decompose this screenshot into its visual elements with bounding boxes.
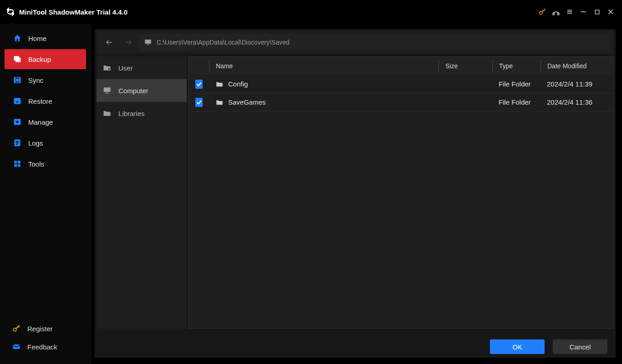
file-row[interactable]: SaveGames File Folder 2024/2/4 11:36	[189, 93, 613, 111]
titlebar-menu-icon[interactable]	[563, 5, 576, 19]
key-icon	[12, 324, 21, 333]
file-type: File Folder	[492, 80, 540, 88]
col-modified[interactable]: Date Modified	[540, 60, 613, 72]
app-title: MiniTool ShadowMaker Trial 4.4.0	[19, 8, 127, 16]
app-logo-icon	[5, 7, 15, 17]
sidebar: Home Backup Sync Restore	[0, 24, 91, 364]
svg-rect-22	[14, 164, 17, 167]
sync-icon	[13, 76, 22, 85]
svg-point-24	[13, 328, 16, 331]
cancel-button[interactable]: Cancel	[553, 339, 607, 354]
nav-logs[interactable]: Logs	[5, 133, 86, 153]
svg-point-0	[540, 11, 542, 14]
path-text: C:\Users\Vera\AppData\Local\Discovery\Sa…	[157, 39, 290, 46]
svg-rect-31	[104, 87, 111, 92]
file-type: File Folder	[492, 98, 540, 106]
feedback-label: Feedback	[27, 343, 57, 351]
logs-icon	[13, 138, 22, 147]
nav-back-button[interactable]	[101, 34, 117, 51]
svg-point-15	[16, 121, 19, 123]
register-label: Register	[27, 325, 53, 333]
svg-rect-1	[553, 13, 554, 15]
manage-icon	[13, 117, 22, 126]
tree-libraries[interactable]: Libraries	[97, 102, 187, 125]
register-link[interactable]: Register	[4, 319, 87, 338]
nav-label: Backup	[28, 56, 51, 63]
folder-tree: User Computer Libraries	[97, 56, 187, 329]
mail-icon	[12, 342, 21, 351]
folder-icon	[215, 80, 224, 88]
svg-rect-23	[18, 164, 20, 167]
home-icon	[13, 34, 22, 43]
svg-rect-13	[14, 98, 21, 104]
nav-forward-button[interactable]	[120, 34, 137, 51]
user-folder-icon	[102, 63, 112, 73]
dialog-buttons: OK Cancel	[95, 329, 616, 358]
path-input[interactable]: C:\Users\Vera\AppData\Local\Discovery\Sa…	[139, 34, 609, 51]
tree-computer[interactable]: Computer	[97, 79, 187, 102]
content-panel: C:\Users\Vera\AppData\Local\Discovery\Sa…	[95, 29, 616, 358]
row-checkbox[interactable]	[195, 98, 203, 107]
titlebar-maximize-icon[interactable]	[590, 5, 604, 19]
file-list: Name Size Type Date Modified	[189, 56, 614, 329]
file-name: SaveGames	[228, 98, 266, 106]
col-size[interactable]: Size	[438, 60, 492, 72]
ok-button[interactable]: OK	[490, 339, 545, 354]
backup-icon	[13, 55, 22, 64]
titlebar-help-icon[interactable]	[549, 5, 563, 19]
svg-rect-7	[595, 10, 599, 14]
nav-label: Restore	[28, 97, 52, 105]
nav-manage[interactable]: Manage	[5, 112, 86, 132]
path-bar: C:\Users\Vera\AppData\Local\Discovery\Sa…	[97, 31, 614, 54]
svg-rect-2	[558, 13, 559, 15]
svg-rect-32	[106, 93, 108, 94]
svg-point-30	[108, 68, 110, 70]
nav-label: Home	[28, 35, 46, 42]
svg-rect-29	[147, 45, 149, 46]
tree-label: Computer	[118, 87, 148, 95]
col-type[interactable]: Type	[492, 60, 540, 72]
folder-icon	[215, 98, 224, 106]
computer-icon	[102, 86, 112, 96]
nav-label: Tools	[28, 160, 44, 168]
libraries-icon	[102, 108, 112, 118]
nav-home[interactable]: Home	[5, 28, 86, 48]
file-modified: 2024/2/4 11:36	[540, 98, 613, 106]
svg-rect-11	[15, 58, 21, 62]
nav-backup[interactable]: Backup	[5, 49, 86, 69]
file-name: Config	[228, 80, 248, 88]
restore-icon	[13, 96, 22, 106]
svg-rect-20	[14, 161, 17, 163]
tree-label: User	[118, 64, 133, 72]
svg-rect-28	[145, 40, 151, 44]
nav-label: Sync	[28, 76, 43, 84]
titlebar-key-icon[interactable]	[535, 5, 549, 19]
svg-rect-21	[18, 161, 20, 163]
file-modified: 2024/2/4 11:39	[540, 80, 613, 88]
nav-restore[interactable]: Restore	[5, 91, 86, 111]
file-row[interactable]: Config File Folder 2024/2/4 11:39	[189, 75, 613, 93]
file-header: Name Size Type Date Modified	[189, 57, 613, 75]
monitor-icon	[144, 38, 152, 46]
titlebar-minimize-icon[interactable]	[576, 5, 590, 19]
nav-tools[interactable]: Tools	[5, 154, 86, 174]
tools-icon	[13, 159, 22, 168]
nav-label: Manage	[28, 118, 53, 126]
title-bar: MiniTool ShadowMaker Trial 4.4.0	[0, 0, 622, 24]
nav-label: Logs	[28, 139, 43, 147]
tree-label: Libraries	[118, 110, 145, 117]
feedback-link[interactable]: Feedback	[4, 338, 87, 356]
nav-sync[interactable]: Sync	[5, 70, 86, 90]
row-checkbox[interactable]	[195, 80, 203, 89]
titlebar-close-icon[interactable]	[604, 5, 617, 19]
col-name[interactable]: Name	[209, 60, 438, 72]
tree-user[interactable]: User	[97, 56, 187, 79]
